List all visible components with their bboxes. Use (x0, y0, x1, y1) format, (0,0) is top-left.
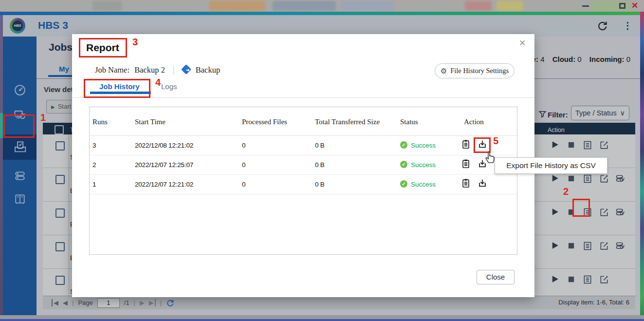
job-name-label: Job Name: (95, 65, 129, 75)
cell-files: 0 (242, 181, 245, 188)
annotation-box-3 (79, 38, 127, 57)
job-name-row: Job Name: Backup 2 | Backup (95, 65, 220, 75)
view-log-icon[interactable] (460, 139, 471, 150)
annotation-2: 2 (563, 186, 569, 197)
divider (90, 174, 517, 175)
desktop-icon (92, 1, 122, 11)
window-accent-bar (0, 12, 644, 15)
desktop-icon (273, 1, 336, 11)
desktop-background: ✕ (0, 0, 644, 12)
col-runs: Runs (92, 118, 108, 126)
desktop-icon (209, 1, 265, 11)
view-log-icon[interactable] (460, 158, 471, 169)
modal-close-button[interactable]: Close (477, 270, 515, 284)
cell-size: 0 B (315, 181, 325, 188)
status-success: Success (411, 142, 436, 149)
desktop-icon (497, 1, 523, 11)
cell-size: 0 B (315, 142, 325, 149)
cell-start: 2022/12/08 12:21:02 (135, 142, 193, 149)
annotation-box-1 (3, 114, 35, 138)
view-log-icon[interactable] (460, 178, 471, 189)
annotation-box-4 (84, 79, 150, 98)
col-files: Processed Files (242, 118, 287, 126)
cell-runs: 3 (92, 142, 96, 149)
report-modal: ✕ Report Job Name: Backup 2 | Backup ⚙ F… (72, 34, 534, 297)
tab-logs[interactable]: Logs (161, 82, 177, 91)
wallpaper-bottom-edge (0, 315, 644, 319)
annotation-3: 3 (132, 37, 138, 48)
annotation-5: 5 (493, 135, 498, 147)
col-start: Start Time (135, 118, 166, 126)
cell-runs: 1 (92, 181, 96, 188)
job-name-value: Backup 2 (134, 65, 165, 75)
cell-start: 2022/12/07 12:25:07 (135, 161, 193, 169)
desktop-icon (465, 1, 492, 11)
modal-close-icon[interactable]: ✕ (519, 38, 526, 48)
divider (90, 135, 517, 136)
annotation-1: 1 (40, 112, 46, 123)
success-check-icon: ✓ (400, 180, 407, 188)
cell-runs: 2 (92, 161, 96, 169)
minimize-button[interactable] (582, 5, 589, 7)
close-window-icon[interactable]: ✕ (630, 1, 640, 11)
file-history-settings-button[interactable]: ⚙ File History Settings (435, 63, 515, 78)
wallpaper-right-edge (640, 12, 644, 321)
window-bottom-border (0, 319, 644, 321)
divider: | (167, 65, 180, 75)
job-type-value: Backup (196, 65, 220, 75)
gear-icon: ⚙ (441, 67, 447, 76)
col-action: Action (464, 118, 484, 126)
cell-start: 2022/12/07 12:21:02 (135, 181, 193, 188)
maximize-button[interactable] (619, 3, 626, 9)
desktop-icon (341, 1, 394, 11)
divider (90, 194, 517, 194)
divider (90, 155, 517, 155)
export-csv-tooltip: Export File History as CSV (495, 157, 607, 174)
annotation-4: 4 (155, 77, 161, 88)
annotation-box-5 (474, 137, 491, 153)
backup-arrow-icon (185, 67, 191, 73)
success-check-icon: ✓ (400, 161, 407, 168)
status-success: Success (411, 161, 436, 169)
cell-files: 0 (242, 161, 245, 169)
col-size: Total Transferred Size (315, 118, 380, 126)
status-success: Success (411, 181, 436, 188)
hbs3-window: ✕ HBS HBS 3 ⋮ (0, 0, 644, 321)
cell-size: 0 B (315, 161, 325, 169)
success-check-icon: ✓ (400, 141, 407, 149)
annotation-box-2 (572, 199, 590, 217)
col-status: Status (400, 118, 418, 126)
cell-files: 0 (242, 142, 245, 149)
export-csv-icon[interactable] (477, 178, 488, 189)
